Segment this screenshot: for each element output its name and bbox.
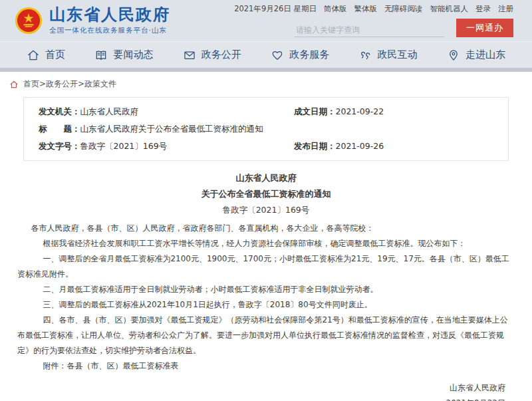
meta-label: 发布日期：	[294, 141, 336, 151]
nav-label: 政民互动	[378, 49, 418, 61]
signer: 山东省人民政府	[17, 380, 505, 396]
meta-label: 发文机关：	[39, 106, 80, 116]
nav-label: 首页	[45, 49, 65, 61]
breadcrumb[interactable]: 首页>政务公开>政策文件	[0, 72, 532, 94]
nav-item-public-interaction[interactable]: 政民互动	[359, 49, 418, 62]
document-org-title: 山东省人民政府	[17, 170, 515, 186]
document-number: 鲁政字〔2021〕169号	[17, 202, 515, 218]
nav-item-gov-services[interactable]: 政务服务	[271, 49, 329, 62]
meta-label: 成文日期：	[294, 106, 336, 116]
map-pin-icon	[447, 49, 460, 62]
link-traditional-chinese[interactable]: 繁体版	[354, 4, 378, 14]
meta-value: 2021-09-26	[336, 141, 384, 151]
link-login[interactable]: 登录	[475, 4, 491, 14]
nav-item-gov-disclosure[interactable]: 政务公开	[183, 49, 241, 62]
breadcrumb-path: 首页>政务公开>政策文件	[23, 78, 116, 90]
meta-written-date: 成文日期：2021-09-22	[294, 106, 493, 118]
heart-icon	[271, 49, 284, 62]
search-input[interactable]	[295, 23, 444, 37]
paragraph-item-4: 四、各市、县（市、区）要加强对《最低工资规定》（原劳动和社会保障部令第21号）和…	[17, 313, 515, 358]
nav-item-enter-shandong[interactable]: 走进山东	[447, 49, 505, 62]
site-header: 山东省人民政府 全国一体化在线政务服务平台·山东 2021年9月26日 星期日 …	[0, 0, 532, 41]
meta-publish-date: 发布日期：2021-09-26	[294, 141, 493, 152]
attachment-line: 附件：各县（市、区）最低工资标准表	[17, 358, 515, 374]
meta-value: 山东省人民政府关于公布全省最低工资标准的通知	[80, 124, 263, 134]
link-smart-robot[interactable]: 智能机器人	[430, 4, 469, 14]
nav-label: 政务公开	[201, 49, 241, 61]
meta-label: 标 题：	[39, 124, 80, 134]
signature-block: 山东省人民政府 2021年9月22日 （此件公开发布）	[17, 380, 515, 401]
meta-value: 鲁政字〔2021〕169号	[80, 141, 168, 151]
top-utility-bar: 2021年9月26日 星期日 简体版 繁体版 无障碍阅读 智能机器人 登录 注册	[234, 4, 513, 14]
current-date: 2021年9月26日 星期日	[234, 4, 317, 14]
document-title: 关于公布全省最低工资标准的通知	[17, 186, 515, 202]
salutation: 各市人民政府，各县（市、区）人民政府，省政府各部门、各直属机构，各大企业，各高等…	[17, 221, 515, 236]
meta-issuing-org: 发文机关：山东省人民政府	[39, 106, 294, 118]
one-stop-service-button[interactable]: 一网通办	[456, 19, 513, 37]
meta-title: 标 题：山东省人民政府关于公布全省最低工资标准的通知	[39, 124, 294, 135]
link-register[interactable]: 注册	[498, 4, 513, 14]
mail-icon	[183, 49, 196, 62]
paragraph-intro: 根据我省经济社会发展和职工工资水平增长等情况，经人力资源社会保障部审核，确定调整…	[17, 236, 515, 251]
paragraph-item-2: 二、月最低工资标准适用于全日制就业劳动者；小时最低工资标准适用于非全日制就业劳动…	[17, 282, 515, 297]
meta-doc-number: 发文字号：鲁政字〔2021〕169号	[39, 141, 294, 152]
breadcrumb-home-icon	[9, 80, 19, 89]
link-accessibility[interactable]: 无障碍阅读	[384, 4, 423, 14]
nav-item-news[interactable]: 要闻动态	[94, 49, 153, 62]
nav-label: 要闻动态	[113, 49, 153, 61]
site-subtitle: 全国一体化在线政务服务平台·山东	[49, 26, 170, 35]
document-body: 山东省人民政府 关于公布全省最低工资标准的通知 鲁政字〔2021〕169号 各市…	[0, 161, 532, 401]
paragraph-item-3: 三、调整后的最低工资标准从2021年10月1日起执行，鲁政字〔2018〕80号文…	[17, 297, 515, 313]
news-icon	[94, 49, 108, 62]
sign-date: 2021年9月22日	[17, 396, 505, 401]
home-icon	[27, 49, 40, 62]
nav-label: 政务服务	[289, 49, 329, 61]
nav-label: 走进山东	[466, 49, 505, 61]
national-emblem-logo	[15, 7, 43, 35]
meta-label: 发文字号：	[39, 141, 80, 151]
site-brand[interactable]: 山东省人民政府 全国一体化在线政务服务平台·山东	[15, 6, 170, 35]
link-simplified-chinese[interactable]: 简体版	[324, 4, 347, 14]
main-nav: 首页 要闻动态 政务公开	[0, 41, 532, 68]
quote-icon	[359, 49, 372, 62]
site-title: 山东省人民政府	[49, 6, 170, 23]
nav-item-home[interactable]: 首页	[27, 49, 65, 62]
meta-value: 2021-09-22	[336, 106, 384, 116]
paragraph-item-1: 一、调整后的全省月最低工资标准为2100元、1900元、1700元；小时最低工资…	[17, 251, 515, 282]
meta-value: 山东省人民政府	[80, 106, 139, 116]
document-meta-panel: 发文机关：山东省人民政府 成文日期：2021-09-22 标 题：山东省人民政府…	[23, 97, 509, 161]
